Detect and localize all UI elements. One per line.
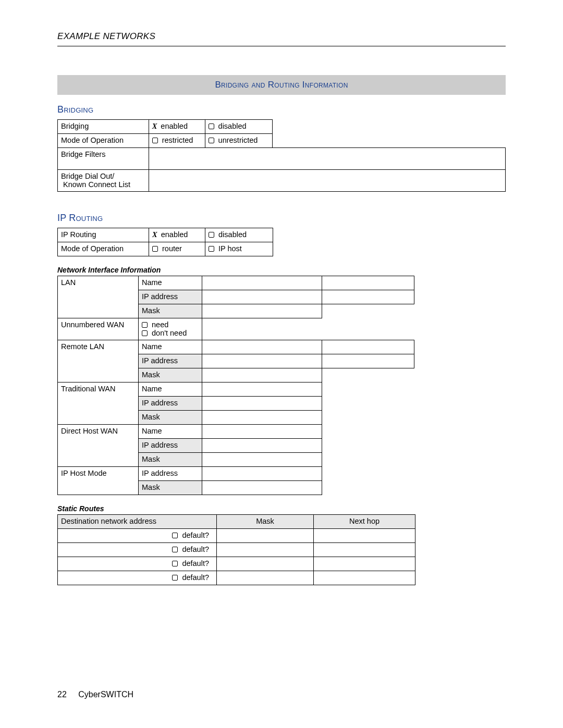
value-cell <box>202 397 322 411</box>
field-label: IP address <box>139 354 202 368</box>
row-label: Mode of Operation <box>58 134 149 148</box>
value-cell <box>202 340 322 354</box>
nib-title: Network Interface Information <box>57 266 506 274</box>
table-row: Bridging X enabled disabled <box>58 120 506 134</box>
value-cell <box>314 543 415 557</box>
field-label: IP address <box>139 290 202 304</box>
value-cell <box>202 354 322 368</box>
ip-routing-heading: IP Routing <box>57 213 506 224</box>
table-row: LAN Name <box>58 276 414 290</box>
bridging-table: Bridging X enabled disabled Mode of Oper… <box>57 119 506 192</box>
option-cell: disabled <box>205 228 273 242</box>
value-cell <box>202 411 322 425</box>
value-cell <box>202 453 322 467</box>
table-row: Unnumbered WAN need don't need <box>58 318 414 340</box>
value-cell <box>217 571 314 585</box>
option-cell: IP host <box>205 242 273 256</box>
row-label: IP Host Mode <box>58 467 139 495</box>
field-label: IP address <box>139 397 202 411</box>
value-cell <box>202 368 322 382</box>
table-row: Mode of Operation restricted unrestricte… <box>58 134 506 148</box>
field-label: Mask <box>139 368 202 382</box>
product-name: CyberSWITCH <box>78 690 133 699</box>
table-header-row: Destination network address Mask Next ho… <box>58 515 415 529</box>
row-label: Traditional WAN <box>58 382 139 425</box>
checkbox-icon <box>172 561 178 566</box>
row-label: Bridging <box>58 120 149 134</box>
section-title-bar: Bridging and Routing Information <box>57 75 506 95</box>
field-label: Name <box>139 340 202 354</box>
table-row: default? <box>58 543 415 557</box>
value-cell <box>202 304 322 318</box>
value-cell <box>322 290 414 304</box>
value-cell <box>217 557 314 571</box>
value-cell <box>149 148 273 170</box>
option-cell: X enabled <box>149 228 205 242</box>
page-header: EXAMPLE NETWORKS <box>57 31 506 46</box>
checkbox-icon <box>172 575 178 581</box>
value-cell <box>202 481 322 495</box>
checkbox-icon <box>172 533 178 538</box>
option-cell: X enabled <box>149 120 205 134</box>
row-label: Remote LAN <box>58 340 139 382</box>
ip-routing-table: IP Routing X enabled disabled Mode of Op… <box>57 228 273 256</box>
default-cell: default? <box>58 571 217 585</box>
field-label: Mask <box>139 304 202 318</box>
row-label: LAN <box>58 276 139 318</box>
default-cell: default? <box>58 557 217 571</box>
checkbox-icon <box>172 547 178 552</box>
field-label: Name <box>139 425 202 439</box>
table-row: default? <box>58 529 415 543</box>
table-row: Direct Host WAN Name <box>58 425 414 439</box>
row-label: IP Routing <box>58 228 149 242</box>
row-label: Direct Host WAN <box>58 425 139 467</box>
checkbox-icon <box>209 124 214 129</box>
table-row: Bridge Filters <box>58 148 506 170</box>
option-cell: need don't need <box>139 318 202 340</box>
option-cell: unrestricted <box>205 134 273 148</box>
checkbox-icon <box>142 330 148 336</box>
value-cell <box>149 170 273 192</box>
value-cell <box>314 557 415 571</box>
page-number: 22 <box>57 690 67 699</box>
static-routes-title: Static Routes <box>57 504 506 513</box>
value-cell <box>202 290 322 304</box>
table-row: Bridge Dial Out/ Known Connect List <box>58 170 506 192</box>
value-cell <box>202 276 322 290</box>
value-cell <box>217 543 314 557</box>
value-cell <box>314 529 415 543</box>
row-label: Bridge Filters <box>58 148 149 170</box>
checkbox-icon <box>209 138 214 143</box>
table-row: IP Routing X enabled disabled <box>58 228 273 242</box>
value-cell <box>202 467 322 481</box>
field-label: IP address <box>139 439 202 453</box>
static-routes-table: Destination network address Mask Next ho… <box>57 514 415 585</box>
value-cell <box>314 571 415 585</box>
table-row: default? <box>58 571 415 585</box>
checkbox-icon <box>152 246 158 252</box>
value-cell <box>273 170 506 192</box>
value-cell <box>202 425 322 439</box>
value-cell <box>217 529 314 543</box>
default-cell: default? <box>58 543 217 557</box>
field-label: Name <box>139 276 202 290</box>
default-cell: default? <box>58 529 217 543</box>
value-cell <box>322 276 414 290</box>
value-cell <box>322 340 414 354</box>
field-label: Mask <box>139 411 202 425</box>
col-header: Destination network address <box>58 515 217 529</box>
checkbox-icon <box>209 232 214 238</box>
option-cell: restricted <box>149 134 205 148</box>
row-label: Bridge Dial Out/ Known Connect List <box>58 170 149 192</box>
col-header: Mask <box>217 515 314 529</box>
option-cell: disabled <box>205 120 273 134</box>
table-row: IP Host Mode IP address <box>58 467 414 481</box>
option-cell: router <box>149 242 205 256</box>
checkbox-icon <box>142 322 148 328</box>
field-label: IP address <box>139 467 202 481</box>
checkbox-icon <box>152 138 158 143</box>
value-cell <box>202 382 322 397</box>
value-cell <box>322 354 414 368</box>
x-mark: X <box>152 230 157 239</box>
bridging-heading: Bridging <box>57 104 506 115</box>
